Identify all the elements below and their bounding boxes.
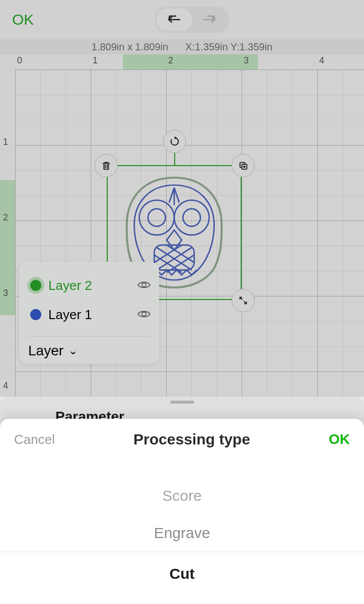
svg-point-8 [142, 312, 146, 316]
sheet-ok-button[interactable]: OK [329, 431, 350, 447]
layer-dropdown-label: Layer [28, 343, 63, 359]
eye-icon [137, 309, 151, 319]
drag-handle[interactable] [170, 401, 194, 404]
visibility-toggle[interactable] [137, 307, 151, 323]
top-toolbar: OK [0, 0, 364, 39]
duplicate-icon [238, 160, 249, 171]
undo-button[interactable] [157, 9, 192, 31]
expand-icon [238, 295, 249, 306]
sheet-title: Processing type [133, 431, 250, 448]
undo-redo-group [155, 7, 229, 33]
visibility-toggle[interactable] [137, 278, 151, 293]
svg-rect-4 [154, 245, 194, 270]
svg-point-7 [142, 283, 146, 287]
ruler-tick: 1 [93, 55, 98, 66]
ruler-horizontal: 0 1 2 3 4 [15, 54, 364, 69]
redo-icon [201, 13, 218, 26]
canvas-area[interactable]: 0 1 2 3 4 1 2 3 4 [0, 54, 364, 397]
picker-wheel[interactable]: Score Engrave Cut [0, 477, 364, 592]
coordinates-label: X:1.359in Y:1.359in [185, 41, 272, 53]
cancel-button[interactable]: Cancel [14, 432, 55, 447]
ruler-tick: 2 [168, 55, 173, 66]
picker-option[interactable]: Engrave [0, 514, 364, 552]
ruler-tick: 3 [3, 288, 8, 298]
layer-row[interactable]: Layer 2 [27, 271, 151, 300]
picker-option-selected[interactable]: Cut [0, 552, 364, 592]
svg-point-0 [139, 200, 174, 235]
picker-option[interactable]: Score [0, 477, 364, 514]
duplicate-handle[interactable] [232, 154, 255, 177]
layer-color-swatch [30, 280, 41, 291]
layer-dropdown[interactable]: Layer ⌄ [28, 336, 151, 359]
delete-handle[interactable] [95, 154, 118, 177]
dimensions-label: 1.809in x 1.809in [92, 41, 168, 53]
layer-name: Layer 1 [48, 307, 130, 323]
rotate-handle[interactable] [163, 130, 186, 153]
ok-button[interactable]: OK [12, 11, 34, 28]
ruler-tick: 1 [3, 137, 8, 147]
eye-icon [137, 280, 151, 290]
ruler-tick: 4 [319, 55, 324, 66]
status-bar: 1.809in x 1.809in X:1.359in Y:1.359in [0, 39, 364, 54]
svg-point-2 [174, 200, 209, 235]
ruler-vertical: 1 2 3 4 [0, 69, 15, 397]
svg-point-3 [183, 209, 200, 226]
ruler-tick: 3 [244, 55, 249, 66]
layers-panel: Layer 2 Layer 1 Layer ⌄ [19, 262, 159, 364]
ruler-tick: 4 [3, 381, 8, 391]
layer-name: Layer 2 [48, 278, 130, 293]
layer-color-swatch [30, 309, 41, 320]
svg-point-1 [148, 209, 166, 226]
ruler-tick: 2 [3, 212, 8, 223]
layer-row[interactable]: Layer 1 [27, 300, 151, 329]
rotate-line [174, 153, 175, 165]
chevron-down-icon: ⌄ [68, 344, 78, 357]
processing-type-sheet: Cancel Processing type OK Score Engrave … [0, 419, 364, 604]
rotate-icon [169, 136, 180, 147]
scale-handle[interactable] [232, 289, 255, 312]
redo-button[interactable] [192, 9, 227, 31]
ruler-tick: 0 [17, 55, 22, 66]
undo-icon [166, 13, 183, 26]
trash-icon [101, 160, 112, 171]
